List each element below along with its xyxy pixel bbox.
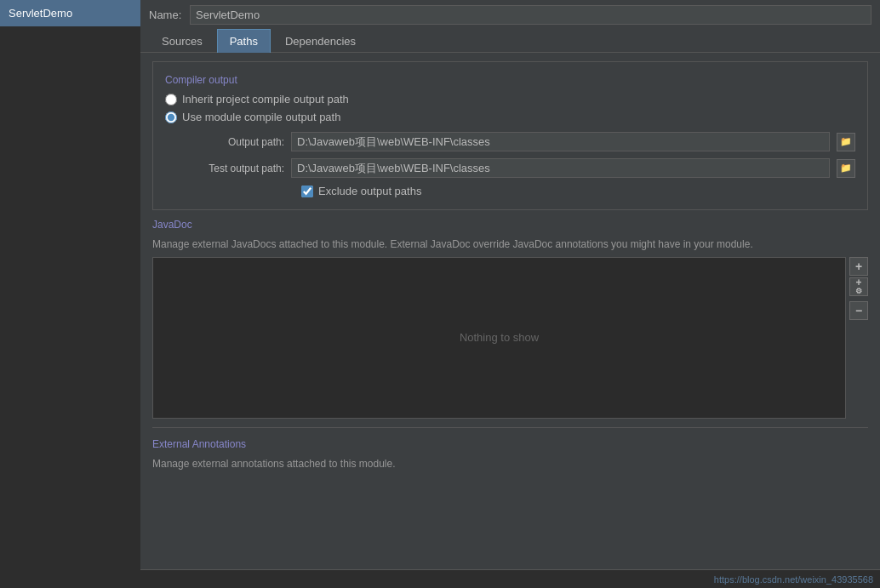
output-path-folder-btn[interactable]: 📁 [837, 133, 855, 151]
tab-paths[interactable]: Paths [217, 29, 271, 53]
compiler-output-title: Compiler output [165, 74, 855, 86]
exclude-checkbox[interactable] [301, 186, 313, 197]
status-url: https://blog.csdn.net/weixin_43935568 [714, 574, 873, 585]
name-input[interactable] [190, 5, 871, 25]
tab-sources[interactable]: Sources [149, 29, 215, 53]
test-output-path-label: Test output path: [182, 163, 284, 174]
javadoc-list-wrapper: Nothing to show + + ⚙ − [152, 257, 868, 419]
radio-inherit-label: Inherit project compile output path [182, 93, 349, 106]
exclude-label: Exclude output paths [318, 185, 421, 197]
tabs-bar: Sources Paths Dependencies [140, 28, 880, 53]
javadoc-description: Manage external JavaDocs attached to thi… [152, 237, 868, 252]
output-path-row: Output path: 📁 [182, 132, 855, 151]
output-path-label: Output path: [182, 136, 284, 148]
sidebar-item-servletdemo[interactable]: ServletDemo [0, 0, 140, 26]
radio-group: Inherit project compile output path Use … [165, 93, 855, 123]
radio-inherit[interactable] [165, 94, 177, 106]
main-panel: Name: Sources Paths Dependencies Compile… [140, 0, 880, 588]
name-row: Name: [140, 0, 880, 25]
name-label: Name: [149, 9, 183, 21]
javadoc-list: Nothing to show [152, 257, 846, 419]
test-output-path-input[interactable] [291, 158, 830, 178]
exclude-checkbox-row: Exclude output paths [301, 185, 855, 197]
output-path-input[interactable] [291, 132, 830, 151]
external-annotations-title: External Annotations [152, 438, 868, 450]
javadoc-title: JavaDoc [152, 219, 868, 231]
javadoc-side-buttons: + + ⚙ − [849, 257, 868, 419]
sidebar: ServletDemo [0, 0, 140, 588]
tab-dependencies[interactable]: Dependencies [272, 29, 369, 53]
javadoc-empty-text: Nothing to show [460, 331, 539, 344]
javadoc-section: JavaDoc Manage external JavaDocs attache… [152, 219, 868, 419]
test-output-path-row: Test output path: 📁 [182, 158, 855, 178]
radio-row-inherit: Inherit project compile output path [165, 93, 855, 106]
radio-row-module: Use module compile output path [165, 111, 855, 123]
test-output-folder-btn[interactable]: 📁 [837, 159, 855, 178]
tab-content: Compiler output Inherit project compile … [140, 53, 880, 569]
external-annotations-description: Manage external annotations attached to … [152, 457, 868, 471]
javadoc-add-settings-btn[interactable]: + ⚙ [849, 277, 868, 296]
radio-module[interactable] [165, 111, 177, 123]
compiler-output-section: Compiler output Inherit project compile … [152, 61, 868, 210]
external-annotations-section: External Annotations Manage external ann… [152, 427, 868, 471]
radio-module-label: Use module compile output path [182, 111, 340, 123]
javadoc-remove-btn[interactable]: − [849, 301, 868, 320]
javadoc-add-btn[interactable]: + [849, 257, 868, 276]
status-bar: https://blog.csdn.net/weixin_43935568 [140, 569, 880, 588]
